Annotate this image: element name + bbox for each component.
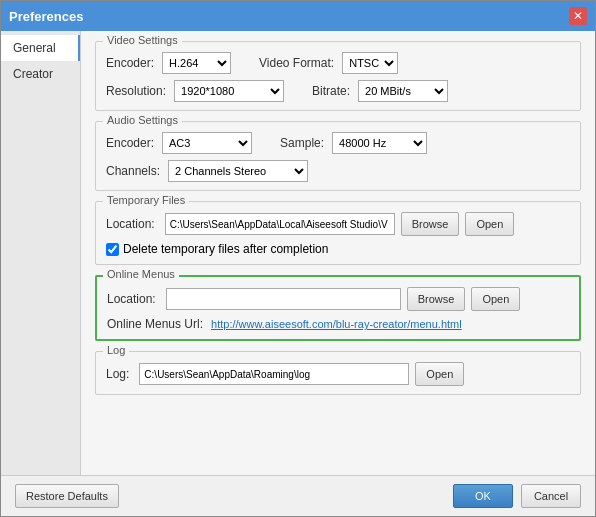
encoder-select[interactable]: H.264 H.265 MPEG-2 <box>162 52 231 74</box>
audio-settings-box: Encoder: AC3 AAC MP3 Sample: 48000 Hz <box>95 121 581 191</box>
sidebar-item-general[interactable]: General <box>1 35 80 61</box>
online-menus-label: Online Menus <box>103 268 179 280</box>
temp-location-input[interactable] <box>165 213 395 235</box>
log-section: Log Log: Open <box>95 351 581 395</box>
log-open-button[interactable]: Open <box>415 362 464 386</box>
channels-label: Channels: <box>106 164 160 178</box>
video-format-select[interactable]: NTSC PAL <box>342 52 398 74</box>
resolution-select[interactable]: 1920*1080 1280*720 <box>174 80 284 102</box>
audio-settings-label: Audio Settings <box>103 114 182 126</box>
online-menus-box: Location: Browse Open Online Menus Url: … <box>95 275 581 341</box>
online-open-button[interactable]: Open <box>471 287 520 311</box>
main-content: Video Settings Encoder: H.264 H.265 MPEG… <box>81 31 595 475</box>
log-box: Log: Open <box>95 351 581 395</box>
audio-row2: Channels: 2 Channels Stereo 5.1 Channels <box>106 160 570 182</box>
temp-open-button[interactable]: Open <box>465 212 514 236</box>
temp-location-label: Location: <box>106 217 155 231</box>
online-menus-url[interactable]: http://www.aiseesoft.com/blu-ray-creator… <box>211 318 462 330</box>
bitrate-label: Bitrate: <box>312 84 350 98</box>
log-label: Log <box>103 344 129 356</box>
dialog-footer: Restore Defaults OK Cancel <box>1 475 595 516</box>
online-url-label: Online Menus Url: <box>107 317 203 331</box>
footer-right-buttons: OK Cancel <box>453 484 581 508</box>
temp-files-label: Temporary Files <box>103 194 189 206</box>
dialog-body: General Creator Video Settings Encoder: … <box>1 31 595 475</box>
video-settings-section: Video Settings Encoder: H.264 H.265 MPEG… <box>95 41 581 111</box>
sidebar: General Creator <box>1 31 81 475</box>
cancel-button[interactable]: Cancel <box>521 484 581 508</box>
online-menus-section: Online Menus Location: Browse Open Onlin… <box>95 275 581 341</box>
bitrate-select[interactable]: 20 MBit/s 15 MBit/s 10 MBit/s <box>358 80 448 102</box>
temp-row1: Location: Browse Open <box>106 212 570 236</box>
video-row1: Encoder: H.264 H.265 MPEG-2 Video Format… <box>106 52 570 74</box>
resolution-label: Resolution: <box>106 84 166 98</box>
title-bar: Preferences ✕ <box>1 1 595 31</box>
online-row2: Online Menus Url: http://www.aiseesoft.c… <box>107 317 569 331</box>
dialog-title: Preferences <box>9 9 83 24</box>
preferences-dialog: Preferences ✕ General Creator Video Sett… <box>0 0 596 517</box>
log-row: Log: Open <box>106 362 570 386</box>
temporary-files-section: Temporary Files Location: Browse Open De… <box>95 201 581 265</box>
ok-button[interactable]: OK <box>453 484 513 508</box>
encoder-label: Encoder: <box>106 56 154 70</box>
audio-encoder-select[interactable]: AC3 AAC MP3 <box>162 132 252 154</box>
log-field-label: Log: <box>106 367 129 381</box>
temp-row2: Delete temporary files after completion <box>106 242 570 256</box>
video-row2: Resolution: 1920*1080 1280*720 Bitrate: … <box>106 80 570 102</box>
close-button[interactable]: ✕ <box>569 7 587 25</box>
delete-temp-checkbox[interactable] <box>106 243 119 256</box>
sample-label: Sample: <box>280 136 324 150</box>
audio-encoder-label: Encoder: <box>106 136 154 150</box>
audio-row1: Encoder: AC3 AAC MP3 Sample: 48000 Hz <box>106 132 570 154</box>
online-location-input[interactable] <box>166 288 401 310</box>
temp-browse-button[interactable]: Browse <box>401 212 460 236</box>
delete-temp-label: Delete temporary files after completion <box>123 242 328 256</box>
channels-select[interactable]: 2 Channels Stereo 5.1 Channels <box>168 160 308 182</box>
audio-settings-section: Audio Settings Encoder: AC3 AAC MP3 <box>95 121 581 191</box>
video-settings-label: Video Settings <box>103 34 182 46</box>
online-location-label: Location: <box>107 292 156 306</box>
video-settings-box: Encoder: H.264 H.265 MPEG-2 Video Format… <box>95 41 581 111</box>
restore-defaults-button[interactable]: Restore Defaults <box>15 484 119 508</box>
log-path-input[interactable] <box>139 363 409 385</box>
video-format-label: Video Format: <box>259 56 334 70</box>
sidebar-item-creator[interactable]: Creator <box>1 61 80 87</box>
online-row1: Location: Browse Open <box>107 287 569 311</box>
sample-select[interactable]: 48000 Hz 44100 Hz <box>332 132 427 154</box>
online-browse-button[interactable]: Browse <box>407 287 466 311</box>
temp-files-box: Location: Browse Open Delete temporary f… <box>95 201 581 265</box>
